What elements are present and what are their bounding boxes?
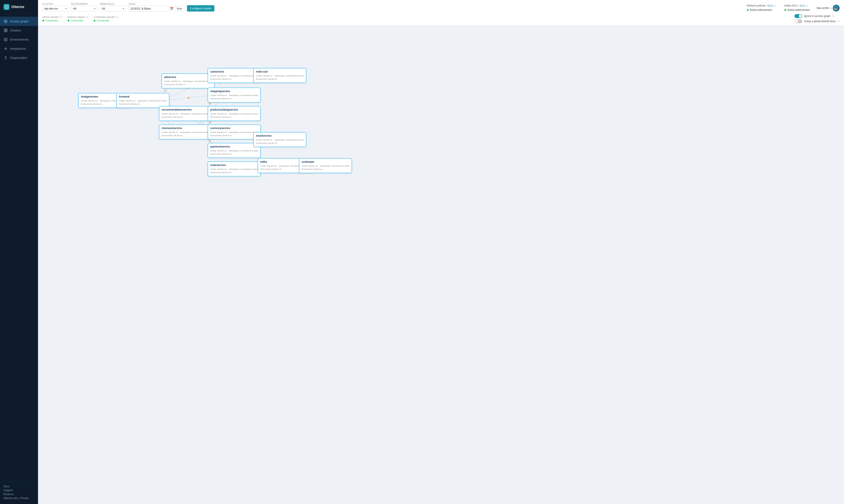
node-meta: Cluster: lab-dev-on Namespace: microserv…	[161, 131, 209, 137]
main-content: Cluster lab-dev-on Environment All Names…	[38, 0, 844, 504]
intents-info-icon[interactable]: ⓘ	[60, 15, 63, 19]
connected-dot	[94, 20, 96, 21]
user-menu[interactable]: Sea urchin ▾ 🦔	[816, 4, 840, 12]
sidebar-item-organization[interactable]: Organization	[0, 53, 38, 62]
node-meta: Cluster: lab-dev-on Namespace: microserv…	[210, 131, 258, 137]
namespace-select[interactable]: All	[100, 6, 126, 12]
intents-operator-label: Intents operator	[42, 16, 59, 18]
active-dot	[785, 9, 786, 11]
sidebar-item-integrations[interactable]: Integrations	[0, 44, 38, 53]
svg-point-28	[209, 122, 211, 124]
node-redis-cart[interactable]: redis-cartCluster: lab-dev-on Namespace:…	[253, 68, 306, 83]
node-title: frontend	[119, 95, 167, 98]
email-link[interactable]: Email us	[3, 493, 34, 496]
credentials-info-icon[interactable]: ⓘ	[116, 15, 119, 19]
svg-point-30	[209, 140, 211, 142]
node-meta: Cluster: lab-dev-on Namespace: microserv…	[210, 168, 258, 174]
kafka-acls-docs-link[interactable]: Docs	[800, 4, 806, 7]
sidebar: Otterize Access graph	[0, 0, 38, 504]
support-link[interactable]: Support	[3, 489, 34, 492]
node-title: checkoutservice	[161, 127, 209, 130]
sidebar-nav: Access graph Clusters Environments	[0, 14, 38, 481]
node-title: recommendationservice	[161, 108, 209, 111]
network-mapper-info-icon[interactable]: ⓘ	[86, 15, 88, 19]
global-default-deny-toggle-item: Using a global default deny ⓘ	[794, 19, 840, 23]
docs-link[interactable]: Docs	[3, 485, 34, 488]
svg-point-26	[209, 103, 211, 105]
node-meta: Cluster: lab-dev-on Namespace: microserv…	[256, 74, 304, 80]
sidebar-item-access-graph[interactable]: Access graph	[0, 17, 38, 26]
namespace-filter: Namespace All	[100, 3, 126, 12]
ignore-toggle-info-icon[interactable]: ⓘ	[832, 15, 834, 18]
node-adservice[interactable]: adserviceCluster: lab-dev-on Namespace: …	[161, 73, 214, 88]
app-title: Otterize	[11, 5, 24, 9]
clusters-icon	[3, 28, 8, 33]
since-input[interactable]	[128, 6, 169, 12]
deny-toggle-info-icon[interactable]: ⓘ	[837, 20, 840, 23]
node-title: adservice	[164, 76, 212, 79]
node-title: shippingservice	[210, 90, 258, 93]
network-mapper-operator: Network mapper ⓘ Connected	[68, 15, 88, 22]
network-policies-title: Network policies Docs ↗	[747, 4, 776, 7]
network-policies-group: Network policies Docs ↗ Active enforceme…	[747, 4, 776, 12]
network-policies-docs-link[interactable]: Docs	[767, 4, 773, 7]
global-default-deny-toggle[interactable]	[794, 19, 802, 23]
access-graph-icon	[3, 19, 8, 23]
node-paymentservice[interactable]: paymentserviceCluster: lab-dev-on Namesp…	[208, 143, 261, 158]
sidebar-item-environments[interactable]: Environments	[0, 35, 38, 44]
node-frontend[interactable]: frontendCluster: lab-dev-on Namespace: m…	[116, 93, 169, 108]
node-recommendationservice[interactable]: recommendationserviceCluster: lab-dev-on…	[159, 106, 212, 121]
node-checkoutservice[interactable]: checkoutserviceCluster: lab-dev-on Names…	[159, 125, 212, 140]
node-zookeeper[interactable]: zookeeperCluster: lab-dev-on Namespace: …	[299, 158, 352, 173]
site-link[interactable]: otterize.com	[3, 497, 18, 500]
node-title: redis-cart	[256, 70, 304, 73]
node-currencyservice[interactable]: currencyserviceCluster: lab-dev-on Names…	[208, 125, 261, 140]
since-label: Since	[128, 3, 184, 5]
node-productcatalogservice[interactable]: productcatalogserviceCluster: lab-dev-on…	[208, 106, 261, 121]
network-mapper-status: Connected	[68, 19, 88, 22]
node-cartservice[interactable]: cartserviceCluster: lab-dev-on Namespace…	[208, 68, 261, 83]
sidebar-item-clusters[interactable]: Clusters	[0, 26, 38, 35]
node-meta: Cluster: lab-dev-on Namespace: microserv…	[210, 94, 258, 100]
sidebar-item-label: Environments	[10, 38, 29, 41]
environment-select[interactable]: All	[71, 6, 97, 12]
node-title: productcatalogservice	[210, 108, 258, 111]
kafka-acls-group: Kafka ACLs Docs ↗ Active enforcement	[785, 4, 810, 12]
cluster-filter: Cluster lab-dev-on	[42, 3, 68, 12]
app-logo[interactable]: Otterize	[0, 0, 38, 14]
toggle-knob	[795, 20, 798, 23]
svg-point-4	[5, 22, 6, 23]
kafka-acls-title: Kafka ACLs Docs ↗	[785, 4, 810, 7]
global-default-deny-label: Using a global default deny	[804, 20, 836, 23]
cluster-select[interactable]: lab-dev-on	[42, 6, 68, 12]
environment-label: Environment	[71, 3, 97, 5]
logo-icon	[3, 4, 10, 10]
node-shippingservice[interactable]: shippingserviceCluster: lab-dev-on Names…	[208, 88, 261, 103]
node-meta: Cluster: lab-dev-on Namespace: microserv…	[210, 112, 258, 119]
now-button[interactable]: Now	[174, 6, 184, 12]
calendar-icon: 📅	[170, 7, 173, 11]
kafka-acls-status: Active enforcement	[785, 8, 810, 12]
node-meta: Cluster: lab-dev-on Namespace: microserv…	[210, 149, 258, 156]
svg-point-3	[6, 21, 7, 22]
node-emailservice[interactable]: emailserviceCluster: lab-dev-on Namespac…	[253, 132, 306, 147]
sidebar-item-label: Organization	[10, 56, 27, 59]
node-title: zookeeper	[302, 160, 349, 163]
credentials-operator: Credentials operator ⓘ Connected	[94, 15, 119, 22]
since-filter: Since 📅 Now	[128, 3, 184, 12]
node-meta: Cluster: lab-dev-on Namespace: microserv…	[119, 100, 167, 106]
node-orderservice[interactable]: orderserviceCluster: lab-dev-on Namespac…	[208, 161, 261, 176]
avatar: 🦔	[833, 4, 840, 12]
node-title: orderservice	[210, 164, 258, 167]
svg-rect-7	[4, 29, 5, 30]
ignore-access-graph-toggle[interactable]	[794, 14, 802, 18]
node-title: emailservice	[256, 134, 304, 137]
operator-row: Intents operator ⓘ Connected Network map…	[38, 13, 844, 25]
node-meta: Cluster: lab-dev-on Namespace: microserv…	[302, 165, 349, 171]
configure-cluster-button[interactable]: Configure cluster	[187, 5, 214, 12]
sidebar-item-label: Access graph	[10, 20, 29, 23]
svg-point-1	[4, 21, 5, 22]
privacy-link[interactable]: Privacy	[20, 497, 29, 500]
topbar: Cluster lab-dev-on Environment All Names…	[38, 0, 844, 25]
svg-rect-8	[6, 29, 7, 30]
